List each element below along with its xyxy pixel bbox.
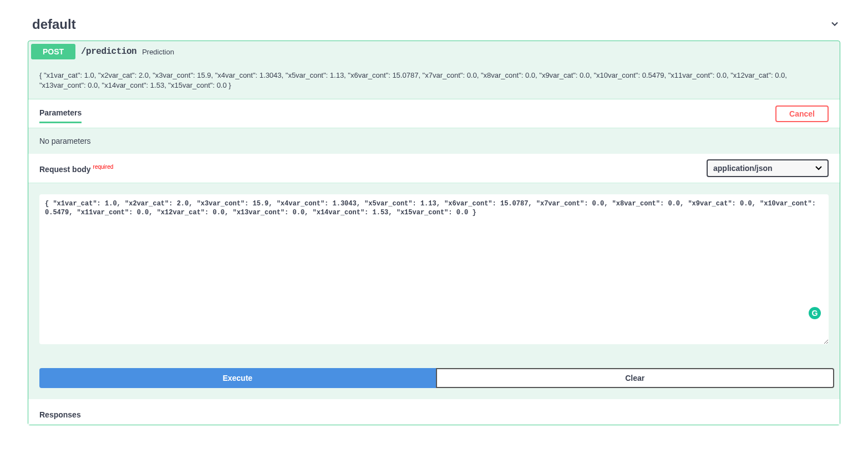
request-body-header: Request bodyrequired application/json [28,154,840,183]
request-body-label: Request body [39,164,91,173]
method-badge: POST [31,44,75,59]
chevron-down-icon [829,18,840,31]
no-parameters-text: No parameters [28,128,840,154]
request-body-textarea[interactable] [39,194,829,344]
content-type-select[interactable]: application/json [707,159,829,177]
operation-description: { "x1var_cat": 1.0, "x2var_cat": 2.0, "x… [28,62,840,99]
tag-header[interactable]: default [28,11,840,41]
responses-title: Responses [39,410,829,419]
cancel-button[interactable]: Cancel [775,105,829,122]
clear-button[interactable]: Clear [436,368,835,388]
tag-title: default [32,17,76,32]
operation-path: /prediction [81,47,136,57]
parameters-header: Parameters Cancel [28,99,840,128]
operation-block: POST /prediction Prediction { "x1var_cat… [28,41,840,425]
responses-header: Responses [28,399,840,425]
execute-button[interactable]: Execute [39,368,436,388]
operation-summary[interactable]: POST /prediction Prediction [28,41,840,62]
tab-parameters[interactable]: Parameters [39,104,82,123]
required-label: required [91,164,114,170]
operation-summary-text: Prediction [142,48,174,56]
